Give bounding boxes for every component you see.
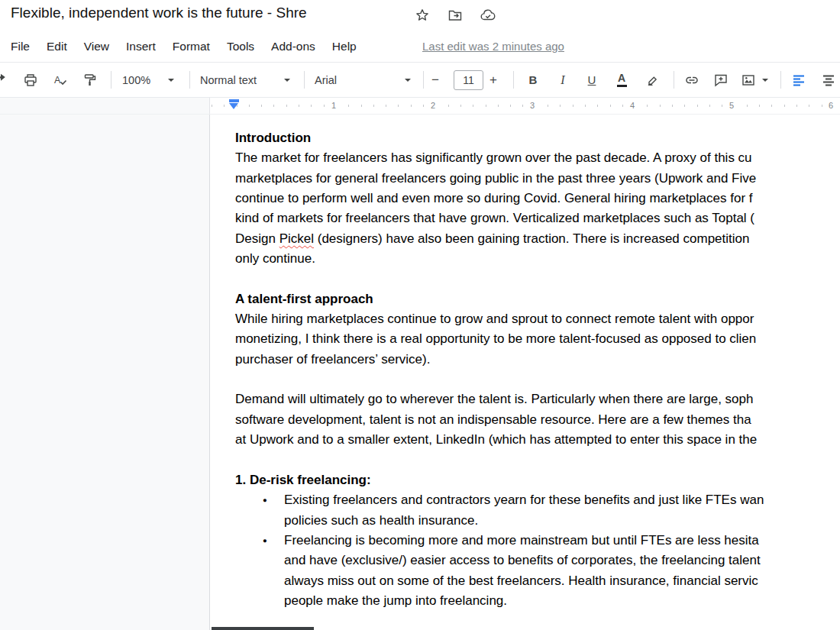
ruler-label: 1 — [329, 100, 338, 111]
first-line-indent-marker[interactable] — [229, 99, 239, 102]
document-title[interactable]: Flexible, independent work is the future… — [11, 5, 307, 21]
menubar: File Edit View Insert Format Tools Add-o… — [0, 31, 840, 63]
menu-help[interactable]: Help — [324, 37, 365, 57]
title-actions — [413, 6, 497, 24]
doc-line: policies such as health insurance. — [235, 511, 840, 531]
doc-heading-talent: A talent-first approach — [235, 289, 840, 309]
spellcheck-icon[interactable]: A — [50, 69, 71, 92]
bullet-line: ● Existing freelancers and contractors y… — [235, 490, 840, 510]
misspelled-word: Pickel — [279, 231, 314, 246]
text-color-button[interactable]: A — [611, 69, 632, 92]
toolbar-separator — [674, 71, 674, 89]
doc-line: The market for freelancers has significa… — [235, 148, 840, 168]
menu-addons[interactable]: Add-ons — [263, 37, 324, 57]
menu-view[interactable]: View — [76, 37, 118, 57]
ruler-label: 2 — [428, 100, 438, 111]
ruler-label: 5 — [727, 100, 736, 111]
chevron-down-icon — [284, 79, 290, 82]
doc-line: at Upwork and to a smaller extent, Linke… — [235, 430, 840, 450]
bullet-icon: ● — [263, 490, 267, 510]
doc-blank-line — [235, 269, 840, 289]
doc-text-span: Design — [235, 231, 279, 246]
ruler-label: 4 — [628, 100, 637, 111]
decrease-font-size-button[interactable]: − — [425, 69, 446, 92]
titlebar: Flexible, independent work is the future… — [0, 0, 840, 31]
bullet-text: Existing freelancers and contractors yea… — [284, 493, 764, 507]
ruler-margin-zone — [0, 98, 210, 114]
doc-line: continue to perform well and even more s… — [235, 189, 840, 208]
doc-line: always miss out on some of the best free… — [235, 571, 840, 591]
ruler-ticks — [212, 105, 840, 107]
highlight-color-icon[interactable] — [642, 69, 664, 92]
font-family-select[interactable]: Arial — [309, 69, 417, 92]
left-indent-marker[interactable] — [229, 103, 238, 109]
increase-font-size-button[interactable]: + — [483, 69, 504, 92]
toolbar-separator — [304, 71, 305, 89]
toolbar-separator — [423, 71, 424, 89]
doc-line: people make the jump into freelancing. — [235, 591, 840, 611]
align-center-button[interactable] — [818, 69, 839, 92]
menu-insert[interactable]: Insert — [118, 37, 164, 57]
doc-heading-introduction: Introduction — [235, 128, 840, 148]
print-icon[interactable] — [20, 69, 41, 92]
insert-image-icon[interactable] — [738, 69, 771, 92]
font-size-input[interactable]: 11 — [454, 70, 483, 90]
doc-line: kind of markets for freelancers that hav… — [235, 208, 840, 228]
text-color-bar — [617, 85, 627, 87]
redo-icon[interactable] — [0, 69, 11, 92]
chevron-down-icon — [762, 79, 768, 82]
ruler-label: 3 — [528, 100, 537, 111]
move-folder-icon[interactable] — [446, 6, 464, 24]
toolbar-separator — [513, 71, 514, 89]
doc-text-span: (designers) have also been gaining tract… — [314, 231, 749, 246]
doc-blank-line — [235, 451, 840, 470]
menu-tools[interactable]: Tools — [218, 37, 263, 57]
chevron-down-icon — [168, 79, 174, 82]
text-color-letter: A — [618, 73, 625, 83]
document-text: Introduction The market for freelancers … — [235, 128, 840, 611]
doc-line: marketplaces for general freelancers goi… — [235, 169, 840, 189]
bullet-text: Freelancing is becoming more and more ma… — [284, 533, 759, 548]
star-icon[interactable] — [413, 6, 431, 24]
align-left-button[interactable] — [788, 69, 809, 92]
add-comment-icon[interactable] — [710, 69, 732, 92]
zoom-select[interactable]: 100% — [116, 69, 180, 92]
paragraph-style-select[interactable]: Normal text — [194, 69, 296, 92]
bullet-line: ● Freelancing is becoming more and more … — [235, 531, 840, 551]
zoom-value: 100% — [122, 74, 150, 86]
chevron-down-icon — [405, 79, 411, 82]
toolbar-separator — [780, 71, 781, 89]
embedded-object-top-edge — [212, 627, 314, 630]
bold-button[interactable]: B — [522, 69, 544, 92]
doc-blank-line — [235, 370, 840, 389]
doc-line: only continue. — [235, 249, 840, 269]
ruler[interactable]: 1 2 3 4 5 6 — [0, 98, 840, 115]
menu-format[interactable]: Format — [164, 37, 218, 57]
last-edit-link[interactable]: Last edit was 2 minutes ago — [422, 40, 564, 53]
cloud-saved-icon[interactable] — [479, 6, 497, 24]
svg-text:A: A — [54, 74, 61, 85]
paragraph-style-value: Normal text — [200, 74, 257, 86]
doc-line: Design Pickel (designers) have also been… — [235, 229, 840, 249]
doc-heading-derisk: 1. De-risk freelancing: — [235, 470, 840, 490]
toolbar-separator — [111, 71, 111, 89]
italic-button[interactable]: I — [552, 69, 573, 92]
bullet-icon: ● — [263, 531, 267, 551]
insert-link-icon[interactable] — [681, 69, 703, 92]
doc-line: monetizing, I think there is a real oppo… — [235, 329, 840, 349]
ruler-label: 6 — [826, 100, 835, 111]
paint-format-icon[interactable] — [79, 69, 101, 92]
doc-line: While hiring marketplaces continue to gr… — [235, 309, 840, 329]
menu-edit[interactable]: Edit — [38, 37, 76, 57]
font-family-value: Arial — [315, 74, 337, 86]
underline-button[interactable]: U — [581, 69, 603, 92]
doc-line: and have (exclusive/) easier access to b… — [235, 551, 840, 570]
toolbar: A 100% Normal text Arial − 11 + B I U A — [0, 63, 840, 98]
doc-line: software development, talent is not an i… — [235, 410, 840, 430]
menu-file[interactable]: File — [2, 37, 38, 57]
doc-line: purchaser of freelancers’ service). — [235, 350, 840, 370]
doc-line: Demand will ultimately go to wherever th… — [235, 389, 840, 409]
toolbar-separator — [189, 71, 190, 89]
